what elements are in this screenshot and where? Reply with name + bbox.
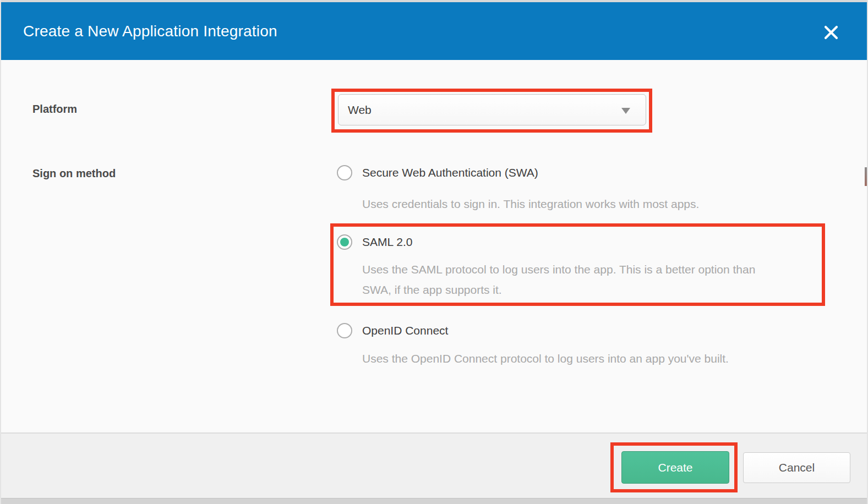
modal-title: Create a New Application Integration — [23, 23, 277, 40]
option-description-saml: Uses the SAML protocol to log users into… — [362, 259, 786, 300]
chevron-down-icon — [621, 108, 630, 114]
option-title-swa: Secure Web Authentication (SWA) — [362, 166, 538, 179]
radio-unselected-icon[interactable] — [337, 165, 352, 180]
option-description-openid: Uses the OpenID Connect protocol to log … — [362, 348, 729, 369]
radio-unselected-icon[interactable] — [337, 323, 352, 338]
option-description-swa: Uses credentials to sign in. This integr… — [362, 194, 699, 214]
option-title-saml: SAML 2.0 — [362, 235, 412, 249]
radio-dot — [340, 238, 349, 246]
platform-select[interactable]: Web — [338, 94, 646, 125]
sign-on-method-label: Sign on method — [32, 167, 116, 180]
radio-selected-icon[interactable] — [337, 234, 352, 250]
right-edge-artifact — [865, 167, 867, 186]
cancel-button[interactable]: Cancel — [743, 452, 850, 483]
radio-option-swa[interactable]: Secure Web Authentication (SWA) — [337, 165, 538, 180]
platform-label: Platform — [32, 103, 77, 116]
footer — [1, 434, 867, 498]
modal-header: Create a New Application Integration — [1, 2, 867, 60]
close-button[interactable] — [822, 23, 840, 42]
radio-option-saml[interactable]: SAML 2.0 — [337, 234, 412, 250]
bottom-edge-strip — [1, 498, 867, 504]
create-app-integration-modal: Create a New Application Integration Pla… — [0, 0, 868, 504]
option-title-openid: OpenID Connect — [362, 324, 448, 337]
close-icon — [823, 25, 839, 40]
radio-option-openid[interactable]: OpenID Connect — [337, 323, 448, 338]
platform-select-value: Web — [348, 103, 372, 117]
create-button[interactable]: Create — [621, 451, 729, 484]
